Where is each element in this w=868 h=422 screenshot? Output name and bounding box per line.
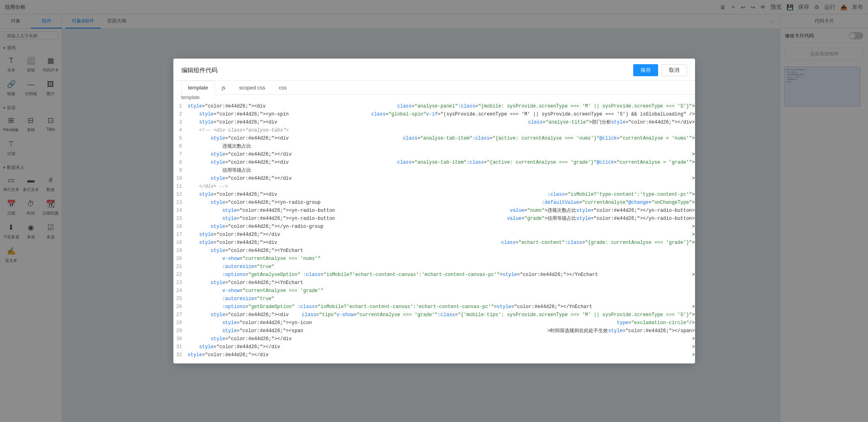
line-number: 4	[173, 127, 188, 135]
code-line: 31 style="color:#e44d26;"></div>	[173, 343, 695, 351]
line-content: style="color:#e44d26;"><span	[188, 327, 548, 335]
line-content: style="color:#e44d26;"></div	[188, 175, 692, 183]
line-content: :autoresize="true"	[188, 263, 695, 271]
code-line: 21 :autoresize="true"	[173, 263, 695, 271]
code-line: 9 信用等级占比	[173, 167, 695, 175]
code-line: 25 :autoresize="true"	[173, 295, 695, 303]
code-line: 15 style="color:#e44d26;"><yn-radio-butt…	[173, 215, 695, 223]
line-content: style="color:#e44d26;"><div	[188, 135, 403, 143]
line-number: 11	[173, 183, 188, 191]
code-line: 6 违规次数占比	[173, 143, 695, 151]
line-content: 信用等级占比	[188, 167, 695, 175]
line-number: 31	[173, 343, 188, 351]
line-number: 2	[173, 111, 188, 119]
code-line: 2 style="color:#e44d26;"><yn-spin class=…	[173, 111, 695, 119]
code-line: 10 style="color:#e44d26;"></div>	[173, 175, 695, 183]
line-content: style="color:#e44d26;"><yn-radio-group	[188, 199, 542, 207]
line-number: 7	[173, 151, 188, 159]
line-content: style="color:#e44d26;"></div	[188, 231, 692, 239]
code-line: 11 </div> -->	[173, 183, 695, 191]
line-content: :options="getAnalyseOption" :class="isMo…	[188, 271, 692, 279]
line-content: style="color:#e44d26;"><YnEchart	[188, 247, 695, 255]
code-line: 5 style="color:#e44d26;"><div class="ana…	[173, 135, 695, 143]
line-content: :autoresize="true"	[188, 295, 695, 303]
line-content: style="color:#e44d26;"></div	[188, 351, 692, 359]
code-tab-template[interactable]: template	[181, 81, 215, 95]
line-number: 3	[173, 119, 188, 127]
modal-save-button[interactable]: 保存	[633, 64, 658, 76]
line-number: 14	[173, 207, 188, 215]
line-content: 违规次数占比	[188, 143, 695, 151]
line-content: <!-- <div class="analyse-tabs">	[188, 127, 695, 135]
code-line: 8 style="color:#e44d26;"><div class="ana…	[173, 159, 695, 167]
line-number: 16	[173, 223, 188, 231]
code-line: 19 style="color:#e44d26;"><YnEchart	[173, 247, 695, 255]
modal-content: template js scoped css css template 1sty…	[173, 81, 695, 363]
code-active-tab-label: template	[173, 95, 695, 103]
code-line: 1style="color:#e44d26;"><div class="anal…	[173, 103, 695, 111]
line-number: 5	[173, 135, 188, 143]
modal-actions: 保存 取消	[633, 64, 687, 76]
line-number: 12	[173, 191, 188, 199]
line-number: 6	[173, 143, 188, 151]
code-line: 7 style="color:#e44d26;"></div>	[173, 151, 695, 159]
code-line: 29 style="color:#e44d26;"><span>时间筛选规则在此…	[173, 327, 695, 335]
edit-code-modal: 编辑组件代码 保存 取消 template js scoped css css …	[173, 59, 695, 363]
line-content: style="color:#e44d26;"></div	[188, 151, 692, 159]
line-number: 29	[173, 327, 188, 335]
line-content: style="color:#e44d26;"><yn-spin	[188, 111, 371, 119]
modal-overlay[interactable]: 编辑组件代码 保存 取消 template js scoped css css …	[0, 0, 868, 422]
modal-header: 编辑组件代码 保存 取消	[173, 59, 695, 81]
line-number: 13	[173, 199, 188, 207]
line-number: 15	[173, 215, 188, 223]
line-number: 25	[173, 295, 188, 303]
line-number: 22	[173, 271, 188, 279]
code-editor[interactable]: 1style="color:#e44d26;"><div class="anal…	[173, 103, 695, 363]
line-content: style="color:#e44d26;"><div	[188, 191, 548, 199]
line-content: style="color:#e44d26;"><YnEchart	[188, 279, 695, 287]
line-content: style="color:#e44d26;"><div	[188, 159, 397, 167]
code-tab-js[interactable]: js	[215, 81, 232, 95]
modal-title: 编辑组件代码	[181, 67, 218, 74]
line-number: 17	[173, 231, 188, 239]
line-content: v-show="currentAnalyse === 'grade'"	[188, 287, 695, 295]
line-number: 23	[173, 279, 188, 287]
code-line: 18 style="color:#e44d26;"><div class="ec…	[173, 239, 695, 247]
line-content: style="color:#e44d26;"><div	[188, 119, 529, 127]
code-line: 22 :options="getAnalyseOption" :class="i…	[173, 271, 695, 279]
line-content: </div> -->	[188, 183, 695, 191]
code-line: 24 v-show="currentAnalyse === 'grade'"	[173, 287, 695, 295]
code-line: 28 style="color:#e44d26;"><yn-icon type=…	[173, 319, 695, 327]
line-content: :options="getGradeOption" :class="isMobi…	[188, 303, 692, 311]
code-line: 23 style="color:#e44d26;"><YnEchart	[173, 279, 695, 287]
line-content: style="color:#e44d26;"><yn-radio-button	[188, 207, 510, 215]
code-line: 12 style="color:#e44d26;"><div :class="i…	[173, 191, 695, 199]
code-line: 3 style="color:#e44d26;"><div class="ana…	[173, 119, 695, 127]
line-number: 26	[173, 303, 188, 311]
code-line: 4 <!-- <div class="analyse-tabs">	[173, 127, 695, 135]
line-number: 1	[173, 103, 188, 111]
line-content: style="color:#e44d26;"><div	[188, 103, 397, 111]
line-content: style="color:#e44d26;"><yn-icon	[188, 319, 617, 327]
line-number: 19	[173, 247, 188, 255]
line-number: 27	[173, 311, 188, 319]
code-line: 14 style="color:#e44d26;"><yn-radio-butt…	[173, 207, 695, 215]
line-number: 18	[173, 239, 188, 247]
line-content: style="color:#e44d26;"></div	[188, 335, 692, 343]
line-number: 9	[173, 167, 188, 175]
code-line: 16 style="color:#e44d26;"></yn-radio-gro…	[173, 223, 695, 231]
modal-cancel-button[interactable]: 取消	[661, 64, 687, 76]
code-tab-css[interactable]: css	[272, 81, 294, 95]
code-line: 30 style="color:#e44d26;"></div>	[173, 335, 695, 343]
code-line: 17 style="color:#e44d26;"></div>	[173, 231, 695, 239]
line-number: 32	[173, 351, 188, 359]
line-content: v-show="currentAnalyse === 'nums'"	[188, 255, 695, 263]
line-number: 20	[173, 255, 188, 263]
line-number: 28	[173, 319, 188, 327]
code-line: 13 style="color:#e44d26;"><yn-radio-grou…	[173, 199, 695, 207]
code-tab-scoped-css[interactable]: scoped css	[232, 81, 272, 95]
line-number: 30	[173, 335, 188, 343]
line-content: style="color:#e44d26;"><yn-radio-button	[188, 215, 507, 223]
line-number: 8	[173, 159, 188, 167]
line-content: style="color:#e44d26;"></yn-radio-group	[188, 223, 692, 231]
